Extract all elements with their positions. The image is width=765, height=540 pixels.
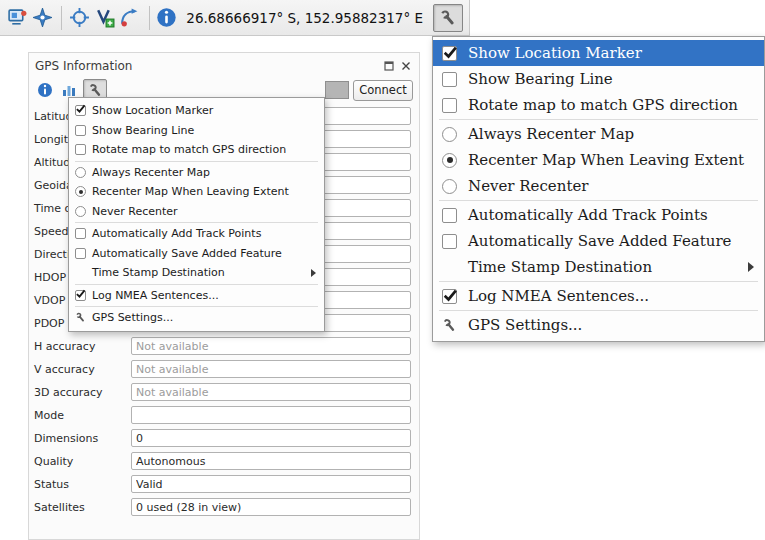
radio-indicator bbox=[442, 153, 457, 168]
menu-item-label: Recenter Map When Leaving Extent bbox=[468, 151, 744, 169]
field-label: Quality bbox=[34, 455, 131, 468]
menu-item-never-recenter[interactable]: Never Recenter bbox=[433, 173, 764, 199]
field-label: H accuracy bbox=[34, 340, 131, 353]
menu-item-rotate-map-to-match-gps-direction[interactable]: Rotate map to match GPS direction bbox=[433, 92, 764, 118]
field-row-dimensions: Dimensions bbox=[34, 429, 411, 447]
indicator-spacer bbox=[442, 260, 457, 275]
radio-indicator bbox=[75, 167, 86, 178]
menu-item-rotate-map-to-match-gps-direction[interactable]: Rotate map to match GPS direction bbox=[69, 140, 324, 160]
menu-item-recenter-map-when-leaving-extent[interactable]: Recenter Map When Leaving Extent bbox=[433, 147, 764, 173]
menu-separator bbox=[439, 119, 758, 120]
menu-separator bbox=[75, 161, 318, 162]
checkbox-indicator bbox=[442, 46, 457, 61]
field-label: V accuracy bbox=[34, 363, 131, 376]
h-accuracy-field[interactable] bbox=[131, 337, 411, 355]
menu-item-show-bearing-line[interactable]: Show Bearing Line bbox=[433, 66, 764, 92]
radio-indicator bbox=[442, 127, 457, 142]
info-icon bbox=[37, 82, 53, 98]
info-button[interactable] bbox=[156, 4, 179, 32]
menu-item-label: Log NMEA Sentences... bbox=[92, 289, 219, 302]
checkbox-indicator bbox=[442, 289, 457, 304]
menu-item-time-stamp-destination[interactable]: Time Stamp Destination bbox=[433, 254, 764, 280]
connect-button[interactable]: Connect bbox=[353, 80, 413, 101]
menu-item-automatically-save-added-feature[interactable]: Automatically Save Added Feature bbox=[433, 228, 764, 254]
dimensions-field[interactable] bbox=[131, 429, 411, 447]
field-row-h-accuracy: H accuracy bbox=[34, 337, 411, 355]
menu-item-always-recenter-map[interactable]: Always Recenter Map bbox=[69, 163, 324, 183]
menu-item-automatically-save-added-feature[interactable]: Automatically Save Added Feature bbox=[69, 244, 324, 264]
gps-recenter-button[interactable] bbox=[31, 4, 54, 32]
menu-item-label: Log NMEA Sentences... bbox=[468, 287, 649, 305]
position-info-tab-button[interactable] bbox=[35, 80, 55, 100]
info-icon bbox=[156, 7, 177, 28]
menu-item-show-location-marker[interactable]: Show Location Marker bbox=[69, 101, 324, 121]
menu-item-automatically-add-track-points[interactable]: Automatically Add Track Points bbox=[69, 224, 324, 244]
menu-item-log-nmea-sentences[interactable]: Log NMEA Sentences... bbox=[433, 283, 764, 309]
menu-item-log-nmea-sentences[interactable]: Log NMEA Sentences... bbox=[69, 286, 324, 306]
checkbox-indicator bbox=[442, 208, 457, 223]
field-label: 3D accuracy bbox=[34, 386, 131, 399]
gps-destination-button[interactable] bbox=[68, 4, 91, 32]
menu-item-automatically-add-track-points[interactable]: Automatically Add Track Points bbox=[433, 202, 764, 228]
menu-item-time-stamp-destination[interactable]: Time Stamp Destination bbox=[69, 263, 324, 283]
menu-item-label: Always Recenter Map bbox=[92, 166, 210, 179]
field-row-status: Status bbox=[34, 475, 411, 493]
menu-separator bbox=[75, 222, 318, 223]
menu-item-label: Show Bearing Line bbox=[92, 124, 194, 137]
wrench-icon bbox=[75, 312, 86, 323]
toolbar-separator bbox=[61, 6, 62, 30]
menu-item-label: Rotate map to match GPS direction bbox=[92, 143, 286, 156]
menu-item-never-recenter[interactable]: Never Recenter bbox=[69, 202, 324, 222]
3d-accuracy-field[interactable] bbox=[131, 383, 411, 401]
menu-separator bbox=[439, 310, 758, 311]
menu-item-show-bearing-line[interactable]: Show Bearing Line bbox=[69, 121, 324, 141]
menu-item-label: Automatically Save Added Feature bbox=[92, 247, 282, 260]
gps-information-panel-icon bbox=[7, 7, 28, 28]
menu-item-label: Show Location Marker bbox=[92, 104, 213, 117]
checkbox-indicator bbox=[442, 72, 457, 87]
menu-item-label: Never Recenter bbox=[92, 205, 178, 218]
track-chart-icon bbox=[61, 82, 77, 98]
menu-separator bbox=[439, 281, 758, 282]
panel-title-bar: GPS Information bbox=[29, 53, 419, 75]
add-feature-button[interactable] bbox=[118, 4, 141, 32]
add-track-vertex-button[interactable] bbox=[93, 4, 116, 32]
quality-field[interactable] bbox=[131, 452, 411, 470]
close-panel-button[interactable] bbox=[399, 59, 413, 73]
checkbox-indicator bbox=[75, 125, 86, 136]
checkbox-indicator bbox=[442, 234, 457, 249]
menu-item-label: Time Stamp Destination bbox=[468, 258, 652, 276]
field-row-3d-accuracy: 3D accuracy bbox=[34, 383, 411, 401]
status-field[interactable] bbox=[131, 475, 411, 493]
menu-item-gps-settings[interactable]: GPS Settings... bbox=[69, 308, 324, 328]
menu-separator bbox=[439, 200, 758, 201]
menu-item-always-recenter-map[interactable]: Always Recenter Map bbox=[433, 121, 764, 147]
menu-item-label: Automatically Save Added Feature bbox=[468, 232, 732, 250]
gps-settings-menu-small: Show Location MarkerShow Bearing LineRot… bbox=[68, 97, 325, 332]
v-accuracy-field[interactable] bbox=[131, 360, 411, 378]
indicator-spacer bbox=[75, 267, 86, 278]
gps-settings-menu-button[interactable] bbox=[433, 4, 463, 32]
menu-item-show-location-marker[interactable]: Show Location Marker bbox=[433, 40, 764, 66]
gps-add-track-vertex-icon bbox=[94, 7, 115, 28]
gps-toolbar: 26.68666917° S, 152.95882317° E bbox=[0, 0, 470, 36]
menu-item-recenter-map-when-leaving-extent[interactable]: Recenter Map When Leaving Extent bbox=[69, 182, 324, 202]
toolbar-separator bbox=[149, 6, 150, 30]
float-panel-button[interactable] bbox=[382, 59, 396, 73]
checkbox-indicator bbox=[442, 98, 457, 113]
menu-item-label: Automatically Add Track Points bbox=[92, 227, 261, 240]
gps-information-panel-button[interactable] bbox=[6, 4, 29, 32]
submenu-arrow-icon bbox=[311, 269, 316, 277]
float-panel-icon bbox=[384, 61, 394, 71]
field-label: Status bbox=[34, 478, 131, 491]
gps-settings-wrench-icon bbox=[439, 9, 457, 27]
menu-item-label: Never Recenter bbox=[468, 177, 588, 195]
radio-indicator bbox=[75, 186, 86, 197]
menu-separator bbox=[75, 306, 318, 307]
menu-item-label: GPS Settings... bbox=[92, 311, 173, 324]
mode-field[interactable] bbox=[131, 406, 411, 424]
menu-item-gps-settings[interactable]: GPS Settings... bbox=[433, 312, 764, 338]
field-label: Mode bbox=[34, 409, 131, 422]
radio-indicator bbox=[75, 206, 86, 217]
satellites-field[interactable] bbox=[131, 498, 411, 516]
